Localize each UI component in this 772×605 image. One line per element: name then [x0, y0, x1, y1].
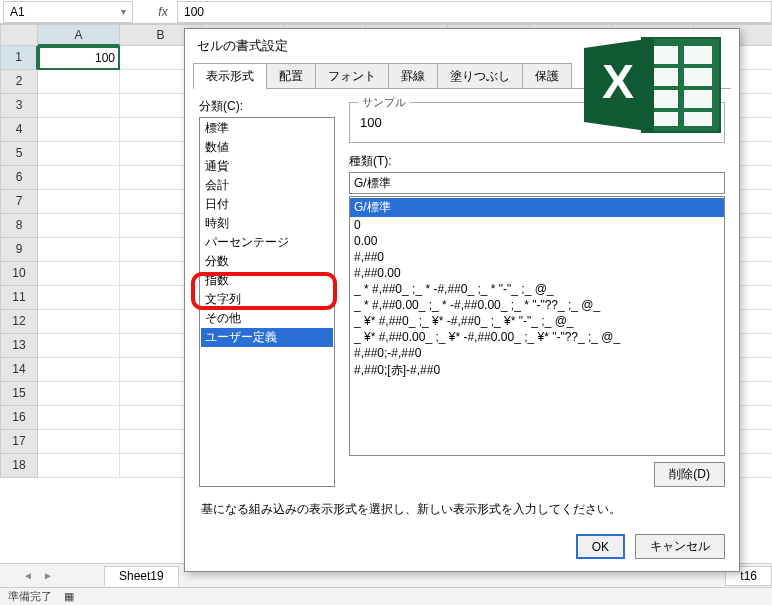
format-item[interactable]: #,##0;-#,##0 — [350, 345, 724, 361]
row-header[interactable]: 13 — [0, 334, 38, 358]
cell[interactable] — [38, 334, 120, 358]
cell[interactable] — [38, 166, 120, 190]
svg-rect-3 — [684, 46, 712, 64]
cell[interactable] — [38, 454, 120, 478]
format-item[interactable]: _ * #,##0.00_ ;_ * -#,##0.00_ ;_ * "-"??… — [350, 297, 724, 313]
format-item[interactable]: #,##0;[赤]-#,##0 — [350, 361, 724, 380]
format-item[interactable]: _ ¥* #,##0_ ;_ ¥* -#,##0_ ;_ ¥* "-"_ ;_ … — [350, 313, 724, 329]
category-item[interactable]: ユーザー定義 — [201, 328, 333, 347]
cell[interactable] — [38, 238, 120, 262]
select-all-triangle[interactable] — [0, 24, 38, 46]
row-header[interactable]: 18 — [0, 454, 38, 478]
status-bar: 準備完了 ▦ — [0, 587, 772, 605]
delete-button[interactable]: 削除(D) — [654, 462, 725, 487]
svg-rect-4 — [650, 68, 678, 86]
ok-button[interactable]: OK — [576, 534, 625, 559]
svg-rect-9 — [684, 112, 712, 126]
category-item[interactable]: 文字列 — [201, 290, 333, 309]
row-header[interactable]: 5 — [0, 142, 38, 166]
formula-input[interactable]: 100 — [177, 1, 772, 23]
row-header[interactable]: 11 — [0, 286, 38, 310]
format-item[interactable]: 0.00 — [350, 233, 724, 249]
row-header[interactable]: 17 — [0, 430, 38, 454]
cell[interactable] — [38, 214, 120, 238]
row-header[interactable]: 4 — [0, 118, 38, 142]
category-item[interactable]: 時刻 — [201, 214, 333, 233]
category-item[interactable]: 数値 — [201, 138, 333, 157]
row-header[interactable]: 2 — [0, 70, 38, 94]
category-listbox[interactable]: 標準数値通貨会計日付時刻パーセンテージ分数指数文字列その他ユーザー定義 — [199, 117, 335, 487]
category-item[interactable]: 通貨 — [201, 157, 333, 176]
format-item[interactable]: _ ¥* #,##0.00_ ;_ ¥* -#,##0.00_ ;_ ¥* "-… — [350, 329, 724, 345]
row-header[interactable]: 12 — [0, 310, 38, 334]
category-label: 分類(C): — [199, 98, 335, 115]
row-header[interactable]: 10 — [0, 262, 38, 286]
name-box-value: A1 — [10, 5, 25, 19]
format-item[interactable]: #,##0 — [350, 249, 724, 265]
cell[interactable] — [38, 310, 120, 334]
format-item[interactable]: #,##0.00 — [350, 265, 724, 281]
type-input[interactable] — [349, 172, 725, 194]
format-listbox[interactable]: G/標準00.00#,##0#,##0.00_ * #,##0_ ;_ * -#… — [349, 196, 725, 456]
dialog-tab[interactable]: フォント — [315, 63, 389, 89]
cell[interactable] — [38, 190, 120, 214]
row-header[interactable]: 7 — [0, 190, 38, 214]
cell[interactable] — [38, 286, 120, 310]
status-ready: 準備完了 — [8, 589, 52, 604]
cell[interactable] — [38, 118, 120, 142]
fx-icon[interactable]: fx — [153, 5, 173, 19]
dialog-tab[interactable]: 塗りつぶし — [437, 63, 523, 89]
chevron-down-icon[interactable]: ▾ — [121, 6, 126, 17]
category-item[interactable]: パーセンテージ — [201, 233, 333, 252]
cell[interactable] — [38, 430, 120, 454]
cell[interactable] — [38, 94, 120, 118]
row-header[interactable]: 6 — [0, 166, 38, 190]
cell[interactable]: 100 — [38, 46, 120, 70]
category-item[interactable]: 日付 — [201, 195, 333, 214]
dialog-footer: OK キャンセル — [185, 524, 739, 571]
cell[interactable] — [38, 70, 120, 94]
dialog-tab[interactable]: 表示形式 — [193, 63, 267, 89]
cell[interactable] — [38, 142, 120, 166]
column-header[interactable]: A — [38, 24, 120, 46]
cell[interactable] — [38, 262, 120, 286]
category-item[interactable]: 標準 — [201, 119, 333, 138]
record-macro-icon[interactable]: ▦ — [64, 590, 74, 603]
row-header[interactable]: 15 — [0, 382, 38, 406]
cancel-button[interactable]: キャンセル — [635, 534, 725, 559]
sheet-nav-right-icon[interactable]: ► — [40, 568, 56, 584]
category-item[interactable]: 分数 — [201, 252, 333, 271]
formula-value: 100 — [184, 5, 204, 19]
svg-rect-7 — [684, 90, 712, 108]
dialog-tab[interactable]: 保護 — [522, 63, 572, 89]
dialog-help-text: 基になる組み込みの表示形式を選択し、新しい表示形式を入力してください。 — [185, 495, 739, 524]
dialog-tab[interactable]: 配置 — [266, 63, 316, 89]
row-header[interactable]: 9 — [0, 238, 38, 262]
cell[interactable] — [38, 382, 120, 406]
sample-value: 100 — [360, 115, 382, 130]
row-header[interactable]: 14 — [0, 358, 38, 382]
sample-label: サンプル — [358, 95, 410, 110]
category-item[interactable]: 会計 — [201, 176, 333, 195]
row-header[interactable]: 8 — [0, 214, 38, 238]
row-header[interactable]: 16 — [0, 406, 38, 430]
cell[interactable] — [38, 406, 120, 430]
format-item[interactable]: _ * #,##0_ ;_ * -#,##0_ ;_ * "-"_ ;_ @_ — [350, 281, 724, 297]
dialog-tab[interactable]: 罫線 — [388, 63, 438, 89]
sheet-tab-active[interactable]: Sheet19 — [104, 566, 179, 586]
sheet-nav-left-icon[interactable]: ◄ — [20, 568, 36, 584]
svg-text:X: X — [602, 55, 634, 108]
format-item[interactable]: 0 — [350, 217, 724, 233]
svg-rect-6 — [650, 90, 678, 108]
name-box[interactable]: A1 ▾ — [3, 1, 133, 23]
type-label: 種類(T): — [349, 153, 725, 170]
category-item[interactable]: 指数 — [201, 271, 333, 290]
format-item[interactable]: G/標準 — [350, 198, 724, 217]
excel-logo-icon: X — [580, 30, 730, 140]
cell[interactable] — [38, 358, 120, 382]
category-item[interactable]: その他 — [201, 309, 333, 328]
row-header[interactable]: 3 — [0, 94, 38, 118]
svg-rect-5 — [684, 68, 712, 86]
row-header[interactable]: 1 — [0, 46, 38, 70]
svg-rect-2 — [650, 46, 678, 64]
